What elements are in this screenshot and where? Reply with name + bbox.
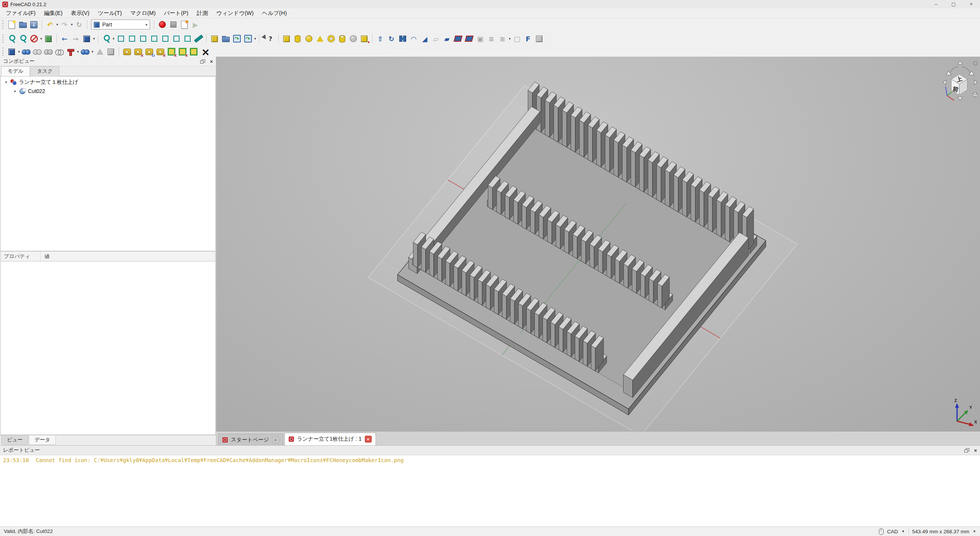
revolve-icon[interactable]: ↻ bbox=[386, 34, 397, 44]
3d-viewport[interactable]: 上 前 bbox=[216, 57, 980, 431]
chevron-down-icon[interactable]: ▼ bbox=[973, 529, 976, 533]
create-group-icon[interactable] bbox=[220, 34, 231, 44]
dropdown-arrow-icon[interactable] bbox=[39, 37, 43, 41]
property-column-name[interactable]: プロパティ bbox=[1, 252, 41, 261]
dropdown-arrow-icon[interactable] bbox=[56, 23, 59, 26]
fit-all-icon[interactable] bbox=[7, 34, 17, 44]
menu-item[interactable]: 計測 bbox=[193, 9, 212, 18]
refresh-icon[interactable]: ↻ bbox=[74, 20, 84, 30]
tab-データ[interactable]: データ bbox=[29, 435, 56, 445]
section-icon[interactable]: ▣ bbox=[475, 34, 485, 44]
navigation-cube[interactable]: 上 前 bbox=[941, 58, 979, 102]
mirror-icon[interactable] bbox=[397, 34, 408, 44]
split-objects-icon[interactable] bbox=[80, 47, 90, 57]
toolbar-drag-handle[interactable] bbox=[2, 34, 3, 43]
document-tab-label[interactable]: スタートページ bbox=[231, 436, 269, 443]
tree-item-label[interactable]: ランナー立て１枚仕上げ bbox=[19, 79, 78, 86]
primitive-torus-icon[interactable] bbox=[326, 34, 336, 44]
undo-icon[interactable]: ↶ bbox=[45, 20, 55, 30]
make-compound-icon[interactable] bbox=[7, 47, 17, 57]
boolean-xor-icon[interactable] bbox=[54, 47, 65, 57]
viewport-dimensions[interactable]: 543.49 mm x 268.37 mm bbox=[912, 529, 969, 534]
loft-disabled-icon[interactable] bbox=[95, 47, 105, 57]
delete-all-measurements-icon[interactable]: × bbox=[199, 47, 212, 57]
menu-item[interactable]: ツール(T) bbox=[94, 9, 126, 18]
tree-item-label[interactable]: Cut022 bbox=[28, 88, 45, 94]
view-right-icon[interactable] bbox=[149, 34, 159, 44]
nav-forward-icon[interactable]: → bbox=[70, 34, 81, 44]
dropdown-arrow-icon[interactable] bbox=[17, 50, 21, 54]
dropdown-arrow-icon[interactable] bbox=[70, 23, 74, 26]
menu-item[interactable]: 編集(E) bbox=[40, 9, 67, 18]
dropdown-arrow-icon[interactable] bbox=[92, 37, 96, 41]
draw-style-icon[interactable] bbox=[29, 34, 39, 44]
measure-refresh-icon[interactable]: ↻ bbox=[144, 47, 154, 57]
shape-builder-icon[interactable] bbox=[348, 34, 358, 44]
close-panel-icon[interactable]: × bbox=[210, 59, 213, 64]
toolbar-drag-handle[interactable] bbox=[2, 20, 3, 29]
extrude-icon[interactable]: ⇧ bbox=[375, 34, 385, 44]
connect-objects-icon[interactable] bbox=[65, 47, 76, 57]
loft-icon[interactable] bbox=[453, 34, 463, 44]
document-tab[interactable]: スタートページ× bbox=[218, 434, 283, 445]
report-log[interactable]: 23:53:10Cannot find icon: C:¥Users¥gkly0… bbox=[0, 455, 980, 527]
close-button[interactable]: × bbox=[962, 0, 980, 8]
menu-item[interactable]: マクロ(M) bbox=[126, 9, 160, 18]
export-selection-icon[interactable] bbox=[232, 34, 242, 44]
tab-ビュー[interactable]: ビュー bbox=[1, 435, 28, 445]
whats-this-icon[interactable]: ? bbox=[262, 34, 276, 44]
macro-stop-icon[interactable] bbox=[168, 20, 178, 30]
view-axonometric-icon[interactable] bbox=[116, 34, 126, 44]
boolean-cut-icon[interactable] bbox=[43, 47, 54, 57]
document-tab-label[interactable]: ランナー立て1枚仕上げ : 1 bbox=[297, 436, 362, 443]
dropdown-arrow-icon[interactable] bbox=[76, 50, 80, 54]
boolean-common-icon[interactable] bbox=[32, 47, 42, 57]
create-primitives-icon[interactable]: • bbox=[359, 34, 369, 44]
merge-project-icon[interactable] bbox=[243, 34, 253, 44]
float-panel-icon[interactable] bbox=[200, 59, 205, 64]
property-editor[interactable] bbox=[0, 261, 216, 435]
fit-selection-icon[interactable] bbox=[18, 34, 28, 44]
open-document-icon[interactable] bbox=[18, 20, 28, 30]
document-tab[interactable]: ランナー立て1枚仕上げ : 1× bbox=[284, 433, 376, 445]
macro-edit-icon[interactable] bbox=[179, 20, 189, 30]
chamfer-icon[interactable]: ◢ bbox=[420, 34, 430, 44]
cross-sections-icon[interactable]: ≡ bbox=[486, 34, 497, 44]
boolean-union-icon[interactable] bbox=[21, 47, 31, 57]
tab-close-icon[interactable]: × bbox=[272, 436, 279, 443]
macro-execute-icon[interactable]: ▶ bbox=[190, 20, 201, 30]
view-rear-icon[interactable] bbox=[160, 34, 170, 44]
menu-item[interactable]: ヘルプ(H) bbox=[258, 9, 291, 18]
redo-icon[interactable]: ↷ bbox=[59, 20, 70, 30]
tab-close-icon[interactable]: × bbox=[365, 436, 372, 443]
view-top-icon[interactable] bbox=[138, 34, 148, 44]
dropdown-arrow-icon[interactable] bbox=[112, 37, 115, 41]
thickness-icon[interactable]: ▢ bbox=[512, 34, 522, 44]
view-left-icon[interactable] bbox=[182, 34, 193, 44]
toggle-measurement-3d-icon[interactable]: × bbox=[166, 47, 176, 57]
view-isometric-icon[interactable] bbox=[82, 34, 92, 44]
3d-model-scene[interactable] bbox=[216, 57, 980, 431]
ruled-surface-icon[interactable]: ▰ bbox=[442, 34, 452, 44]
primitive-sphere-icon[interactable] bbox=[304, 34, 314, 44]
project-on-surface-icon[interactable]: F bbox=[523, 34, 533, 44]
menu-item[interactable]: ウィンドウ(W) bbox=[212, 9, 258, 18]
new-document-icon[interactable] bbox=[7, 20, 17, 30]
toggle-measurement-all-icon[interactable] bbox=[188, 47, 199, 57]
toggle-measurement-delta-icon[interactable]: × bbox=[177, 47, 188, 57]
measure-clear-icon[interactable]: × bbox=[155, 47, 165, 57]
tab-モデル[interactable]: モデル bbox=[1, 66, 30, 76]
measure-linear-icon[interactable] bbox=[122, 47, 132, 57]
measure-distance-icon[interactable] bbox=[193, 34, 204, 44]
nav-cube-front-label[interactable]: 前 bbox=[952, 85, 959, 93]
offset-icon[interactable]: ≋ bbox=[497, 34, 508, 44]
dropdown-arrow-icon[interactable] bbox=[508, 37, 511, 41]
save-document-icon[interactable] bbox=[29, 20, 39, 30]
toolbar-drag-handle[interactable] bbox=[2, 47, 3, 56]
part-import-icon[interactable] bbox=[209, 34, 220, 44]
primitive-cylinder-icon[interactable] bbox=[292, 34, 303, 44]
menu-item[interactable]: ファイル(F) bbox=[2, 9, 40, 18]
primitive-box-icon[interactable] bbox=[281, 34, 292, 44]
menu-item[interactable]: 表示(V) bbox=[67, 9, 93, 18]
workbench-selector[interactable]: Part▾ bbox=[91, 20, 150, 29]
